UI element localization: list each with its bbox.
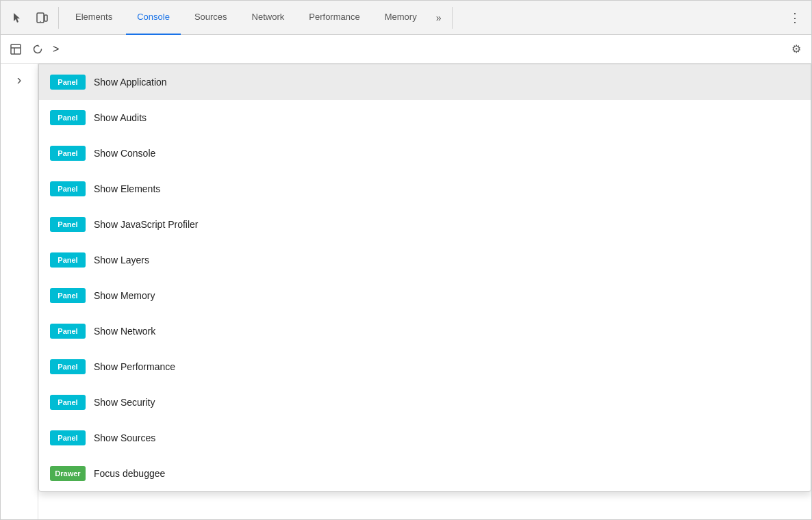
tab-performance[interactable]: Performance xyxy=(298,1,370,35)
console-prompt[interactable]: > xyxy=(50,43,784,55)
console-input[interactable] xyxy=(62,44,784,54)
label-show-sources: Show Sources xyxy=(94,432,155,443)
drawer-toolbar: > ⚙ xyxy=(1,35,811,64)
label-show-memory: Show Memory xyxy=(94,290,155,301)
badge-show-security: Panel xyxy=(50,395,86,410)
badge-show-console: Panel xyxy=(50,146,86,161)
toolbar-divider-2 xyxy=(452,7,453,29)
tab-console[interactable]: Console xyxy=(126,1,181,35)
main-content: › PanelShow ApplicationPanelShow AuditsP… xyxy=(1,64,811,519)
label-show-javascript-profiler: Show JavaScript Profiler xyxy=(94,219,199,230)
label-show-console: Show Console xyxy=(94,148,155,159)
badge-show-javascript-profiler: Panel xyxy=(50,217,86,232)
label-show-elements: Show Elements xyxy=(94,183,160,194)
autocomplete-item-show-application[interactable]: PanelShow Application xyxy=(39,64,811,100)
toolbar: Elements Console Sources Network Perform… xyxy=(1,1,811,35)
label-show-application: Show Application xyxy=(94,77,167,88)
expand-chevron[interactable]: › xyxy=(14,69,25,90)
autocomplete-item-show-performance[interactable]: PanelShow Performance xyxy=(39,349,811,385)
settings-icon-button[interactable]: ⚙ xyxy=(787,40,806,59)
badge-show-network: Panel xyxy=(50,324,86,339)
badge-show-elements: Panel xyxy=(50,181,86,196)
device-mode-button[interactable] xyxy=(31,7,53,29)
autocomplete-item-show-network[interactable]: PanelShow Network xyxy=(39,313,811,349)
badge-show-performance: Panel xyxy=(50,359,86,374)
badge-show-memory: Panel xyxy=(50,288,86,303)
label-show-performance: Show Performance xyxy=(94,361,175,372)
left-gutter: › xyxy=(1,64,38,519)
toolbar-divider-1 xyxy=(58,7,59,29)
label-focus-debuggee: Focus debuggee xyxy=(94,468,165,479)
autocomplete-item-show-sources[interactable]: PanelShow Sources xyxy=(39,420,811,456)
prompt-symbol: > xyxy=(53,43,59,55)
autocomplete-item-show-console[interactable]: PanelShow Console xyxy=(39,135,811,171)
cursor-icon-button[interactable] xyxy=(6,7,28,29)
drawer-panel-icon[interactable] xyxy=(6,40,25,59)
tab-network[interactable]: Network xyxy=(241,1,296,35)
label-show-network: Show Network xyxy=(94,326,155,337)
autocomplete-item-show-audits[interactable]: PanelShow Audits xyxy=(39,100,811,135)
svg-point-2 xyxy=(40,21,40,21)
badge-show-sources: Panel xyxy=(50,430,86,445)
devtools-window: Elements Console Sources Network Perform… xyxy=(0,0,812,520)
autocomplete-item-show-elements[interactable]: PanelShow Elements xyxy=(39,171,811,207)
badge-show-audits: Panel xyxy=(50,110,86,125)
more-tabs-button[interactable]: » xyxy=(431,12,447,23)
label-show-security: Show Security xyxy=(94,397,155,408)
svg-rect-3 xyxy=(11,44,21,54)
badge-show-layers: Panel xyxy=(50,252,86,268)
toolbar-right: ⋮ xyxy=(784,7,806,29)
badge-focus-debuggee: Drawer xyxy=(50,466,86,481)
refresh-icon[interactable] xyxy=(28,40,47,59)
tab-elements[interactable]: Elements xyxy=(64,1,123,35)
label-show-audits: Show Audits xyxy=(94,112,147,123)
svg-rect-1 xyxy=(45,15,47,21)
kebab-menu-button[interactable]: ⋮ xyxy=(784,7,806,29)
autocomplete-item-show-memory[interactable]: PanelShow Memory xyxy=(39,278,811,313)
autocomplete-item-show-layers[interactable]: PanelShow Layers xyxy=(39,242,811,278)
tab-memory[interactable]: Memory xyxy=(374,1,428,35)
badge-show-application: Panel xyxy=(50,75,86,90)
autocomplete-item-show-javascript-profiler[interactable]: PanelShow JavaScript Profiler xyxy=(39,207,811,242)
tab-sources[interactable]: Sources xyxy=(183,1,238,35)
label-show-layers: Show Layers xyxy=(94,255,149,265)
autocomplete-dropdown: PanelShow ApplicationPanelShow AuditsPan… xyxy=(38,64,811,492)
autocomplete-item-show-security[interactable]: PanelShow Security xyxy=(39,385,811,420)
autocomplete-item-focus-debuggee[interactable]: DrawerFocus debuggee xyxy=(39,456,811,491)
